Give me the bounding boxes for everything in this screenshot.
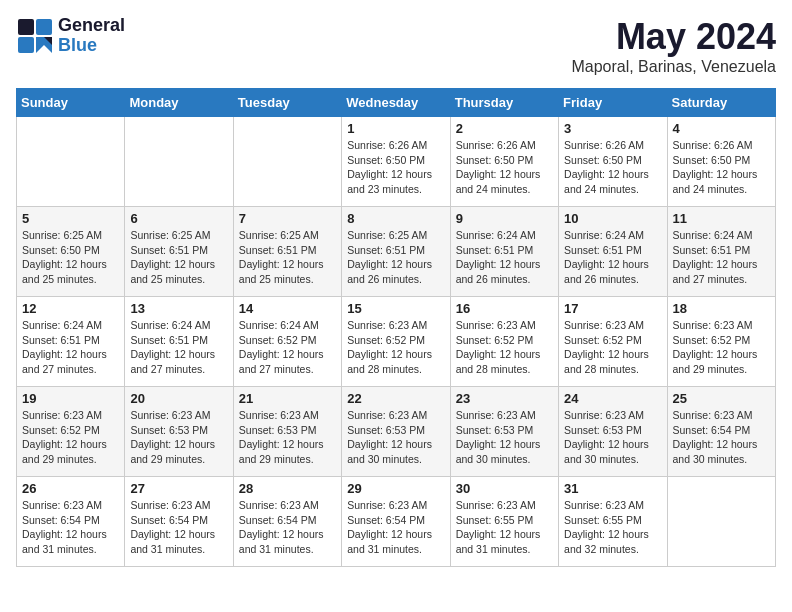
weekday-header-friday: Friday <box>559 89 667 117</box>
day-info: Sunrise: 6:23 AM Sunset: 6:54 PM Dayligh… <box>239 498 336 557</box>
day-number: 23 <box>456 391 553 406</box>
day-number: 8 <box>347 211 444 226</box>
calendar-cell: 22Sunrise: 6:23 AM Sunset: 6:53 PM Dayli… <box>342 387 450 477</box>
weekday-header-row: SundayMondayTuesdayWednesdayThursdayFrid… <box>17 89 776 117</box>
day-number: 5 <box>22 211 119 226</box>
calendar-cell: 1Sunrise: 6:26 AM Sunset: 6:50 PM Daylig… <box>342 117 450 207</box>
week-row-5: 26Sunrise: 6:23 AM Sunset: 6:54 PM Dayli… <box>17 477 776 567</box>
calendar-cell: 2Sunrise: 6:26 AM Sunset: 6:50 PM Daylig… <box>450 117 558 207</box>
day-info: Sunrise: 6:23 AM Sunset: 6:54 PM Dayligh… <box>130 498 227 557</box>
calendar-cell: 19Sunrise: 6:23 AM Sunset: 6:52 PM Dayli… <box>17 387 125 477</box>
weekday-header-tuesday: Tuesday <box>233 89 341 117</box>
calendar-cell: 23Sunrise: 6:23 AM Sunset: 6:53 PM Dayli… <box>450 387 558 477</box>
day-info: Sunrise: 6:23 AM Sunset: 6:54 PM Dayligh… <box>22 498 119 557</box>
day-info: Sunrise: 6:23 AM Sunset: 6:52 PM Dayligh… <box>347 318 444 377</box>
day-info: Sunrise: 6:23 AM Sunset: 6:55 PM Dayligh… <box>564 498 661 557</box>
location: Maporal, Barinas, Venezuela <box>571 58 776 76</box>
day-number: 19 <box>22 391 119 406</box>
day-number: 17 <box>564 301 661 316</box>
day-number: 22 <box>347 391 444 406</box>
calendar-cell: 3Sunrise: 6:26 AM Sunset: 6:50 PM Daylig… <box>559 117 667 207</box>
calendar-cell: 25Sunrise: 6:23 AM Sunset: 6:54 PM Dayli… <box>667 387 775 477</box>
calendar-cell: 21Sunrise: 6:23 AM Sunset: 6:53 PM Dayli… <box>233 387 341 477</box>
day-info: Sunrise: 6:24 AM Sunset: 6:51 PM Dayligh… <box>130 318 227 377</box>
day-number: 3 <box>564 121 661 136</box>
calendar-cell: 18Sunrise: 6:23 AM Sunset: 6:52 PM Dayli… <box>667 297 775 387</box>
week-row-4: 19Sunrise: 6:23 AM Sunset: 6:52 PM Dayli… <box>17 387 776 477</box>
day-number: 10 <box>564 211 661 226</box>
day-number: 20 <box>130 391 227 406</box>
day-info: Sunrise: 6:25 AM Sunset: 6:51 PM Dayligh… <box>130 228 227 287</box>
day-info: Sunrise: 6:26 AM Sunset: 6:50 PM Dayligh… <box>456 138 553 197</box>
day-info: Sunrise: 6:23 AM Sunset: 6:53 PM Dayligh… <box>456 408 553 467</box>
calendar-cell <box>233 117 341 207</box>
day-number: 27 <box>130 481 227 496</box>
calendar-cell: 16Sunrise: 6:23 AM Sunset: 6:52 PM Dayli… <box>450 297 558 387</box>
day-info: Sunrise: 6:26 AM Sunset: 6:50 PM Dayligh… <box>347 138 444 197</box>
day-number: 29 <box>347 481 444 496</box>
weekday-header-sunday: Sunday <box>17 89 125 117</box>
svg-rect-1 <box>36 19 52 35</box>
calendar-cell: 26Sunrise: 6:23 AM Sunset: 6:54 PM Dayli… <box>17 477 125 567</box>
day-info: Sunrise: 6:25 AM Sunset: 6:50 PM Dayligh… <box>22 228 119 287</box>
day-info: Sunrise: 6:25 AM Sunset: 6:51 PM Dayligh… <box>239 228 336 287</box>
day-number: 12 <box>22 301 119 316</box>
day-number: 6 <box>130 211 227 226</box>
page-header: General Blue May 2024 Maporal, Barinas, … <box>16 16 776 76</box>
calendar-cell <box>17 117 125 207</box>
calendar-cell: 9Sunrise: 6:24 AM Sunset: 6:51 PM Daylig… <box>450 207 558 297</box>
calendar-cell: 11Sunrise: 6:24 AM Sunset: 6:51 PM Dayli… <box>667 207 775 297</box>
day-number: 1 <box>347 121 444 136</box>
calendar-cell: 8Sunrise: 6:25 AM Sunset: 6:51 PM Daylig… <box>342 207 450 297</box>
day-info: Sunrise: 6:23 AM Sunset: 6:53 PM Dayligh… <box>564 408 661 467</box>
day-number: 14 <box>239 301 336 316</box>
day-info: Sunrise: 6:24 AM Sunset: 6:51 PM Dayligh… <box>673 228 770 287</box>
day-info: Sunrise: 6:23 AM Sunset: 6:54 PM Dayligh… <box>347 498 444 557</box>
weekday-header-wednesday: Wednesday <box>342 89 450 117</box>
day-number: 13 <box>130 301 227 316</box>
calendar-cell: 4Sunrise: 6:26 AM Sunset: 6:50 PM Daylig… <box>667 117 775 207</box>
day-number: 9 <box>456 211 553 226</box>
calendar-cell: 28Sunrise: 6:23 AM Sunset: 6:54 PM Dayli… <box>233 477 341 567</box>
day-number: 2 <box>456 121 553 136</box>
day-info: Sunrise: 6:23 AM Sunset: 6:52 PM Dayligh… <box>564 318 661 377</box>
day-number: 31 <box>564 481 661 496</box>
day-info: Sunrise: 6:23 AM Sunset: 6:55 PM Dayligh… <box>456 498 553 557</box>
svg-rect-0 <box>18 19 34 35</box>
calendar-table: SundayMondayTuesdayWednesdayThursdayFrid… <box>16 88 776 567</box>
weekday-header-monday: Monday <box>125 89 233 117</box>
weekday-header-saturday: Saturday <box>667 89 775 117</box>
calendar-cell: 10Sunrise: 6:24 AM Sunset: 6:51 PM Dayli… <box>559 207 667 297</box>
weekday-header-thursday: Thursday <box>450 89 558 117</box>
calendar-cell: 27Sunrise: 6:23 AM Sunset: 6:54 PM Dayli… <box>125 477 233 567</box>
calendar-cell: 15Sunrise: 6:23 AM Sunset: 6:52 PM Dayli… <box>342 297 450 387</box>
title-section: May 2024 Maporal, Barinas, Venezuela <box>571 16 776 76</box>
day-info: Sunrise: 6:23 AM Sunset: 6:54 PM Dayligh… <box>673 408 770 467</box>
svg-rect-2 <box>18 37 34 53</box>
day-info: Sunrise: 6:25 AM Sunset: 6:51 PM Dayligh… <box>347 228 444 287</box>
logo: General Blue <box>16 16 125 56</box>
day-number: 7 <box>239 211 336 226</box>
day-number: 18 <box>673 301 770 316</box>
day-number: 24 <box>564 391 661 406</box>
calendar-cell: 12Sunrise: 6:24 AM Sunset: 6:51 PM Dayli… <box>17 297 125 387</box>
day-info: Sunrise: 6:23 AM Sunset: 6:52 PM Dayligh… <box>673 318 770 377</box>
day-number: 28 <box>239 481 336 496</box>
day-info: Sunrise: 6:24 AM Sunset: 6:51 PM Dayligh… <box>22 318 119 377</box>
calendar-cell <box>667 477 775 567</box>
calendar-cell: 13Sunrise: 6:24 AM Sunset: 6:51 PM Dayli… <box>125 297 233 387</box>
calendar-cell: 7Sunrise: 6:25 AM Sunset: 6:51 PM Daylig… <box>233 207 341 297</box>
day-info: Sunrise: 6:23 AM Sunset: 6:52 PM Dayligh… <box>22 408 119 467</box>
day-info: Sunrise: 6:24 AM Sunset: 6:51 PM Dayligh… <box>564 228 661 287</box>
calendar-cell: 31Sunrise: 6:23 AM Sunset: 6:55 PM Dayli… <box>559 477 667 567</box>
calendar-cell: 6Sunrise: 6:25 AM Sunset: 6:51 PM Daylig… <box>125 207 233 297</box>
month-year: May 2024 <box>571 16 776 58</box>
calendar-cell: 29Sunrise: 6:23 AM Sunset: 6:54 PM Dayli… <box>342 477 450 567</box>
calendar-cell: 5Sunrise: 6:25 AM Sunset: 6:50 PM Daylig… <box>17 207 125 297</box>
day-info: Sunrise: 6:26 AM Sunset: 6:50 PM Dayligh… <box>673 138 770 197</box>
week-row-3: 12Sunrise: 6:24 AM Sunset: 6:51 PM Dayli… <box>17 297 776 387</box>
calendar-cell: 17Sunrise: 6:23 AM Sunset: 6:52 PM Dayli… <box>559 297 667 387</box>
calendar-cell: 14Sunrise: 6:24 AM Sunset: 6:52 PM Dayli… <box>233 297 341 387</box>
day-info: Sunrise: 6:24 AM Sunset: 6:51 PM Dayligh… <box>456 228 553 287</box>
day-info: Sunrise: 6:23 AM Sunset: 6:53 PM Dayligh… <box>239 408 336 467</box>
